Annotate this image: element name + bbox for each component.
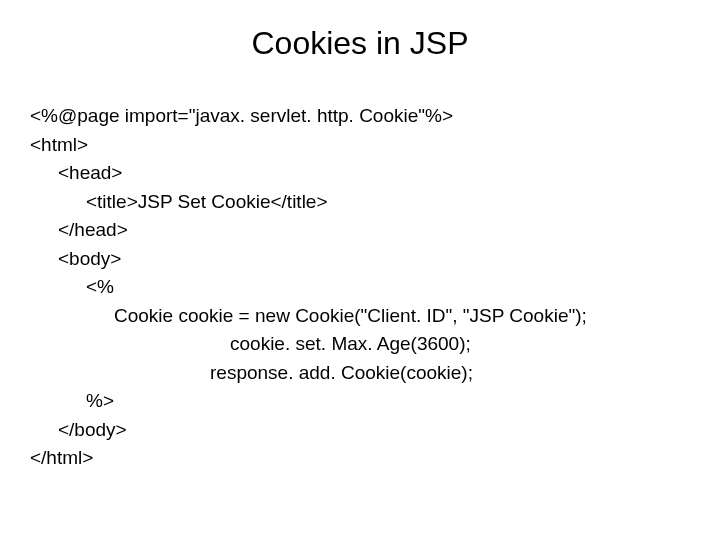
code-line: cookie. set. Max. Age(3600); bbox=[30, 330, 690, 359]
code-line: </html> bbox=[30, 444, 690, 473]
code-line: %> bbox=[30, 387, 690, 416]
slide-title: Cookies in JSP bbox=[30, 25, 690, 62]
code-line: response. add. Cookie(cookie); bbox=[30, 359, 690, 388]
code-line: <%@page import="javax. servlet. http. Co… bbox=[30, 102, 690, 131]
code-line: <html> bbox=[30, 131, 690, 160]
code-line: <head> bbox=[30, 159, 690, 188]
code-line: <title>JSP Set Cookie</title> bbox=[30, 188, 690, 217]
code-line: Cookie cookie = new Cookie("Client. ID",… bbox=[30, 302, 690, 331]
code-line: </head> bbox=[30, 216, 690, 245]
code-line: <% bbox=[30, 273, 690, 302]
code-line: </body> bbox=[30, 416, 690, 445]
slide-container: Cookies in JSP <%@page import="javax. se… bbox=[0, 0, 720, 540]
code-block: <%@page import="javax. servlet. http. Co… bbox=[30, 102, 690, 473]
code-line: <body> bbox=[30, 245, 690, 274]
